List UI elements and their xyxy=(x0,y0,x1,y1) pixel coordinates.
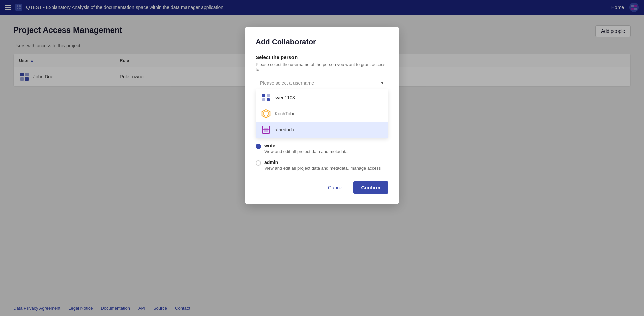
dropdown-item-sven1103[interactable]: sven1103 xyxy=(256,89,388,106)
modal-overlay: Add Collaborator Select the person Pleas… xyxy=(0,0,644,316)
avatar-sven1103 xyxy=(261,93,271,102)
confirm-button[interactable]: Confirm xyxy=(353,181,389,194)
username-select-wrapper: Please select a username ▼ sven1103 xyxy=(256,77,388,89)
username-kochtobi: KochTobi xyxy=(275,111,294,116)
username-select[interactable]: Please select a username xyxy=(256,77,388,89)
role-write-label: write xyxy=(264,143,348,148)
select-placeholder: Please select a username xyxy=(260,80,314,86)
select-person-label: Select the person xyxy=(256,54,388,60)
dialog-title: Add Collaborator xyxy=(256,38,388,46)
avatar-afriedrich xyxy=(261,125,271,134)
svg-rect-14 xyxy=(262,98,265,101)
radio-admin[interactable] xyxy=(256,160,261,166)
svg-rect-13 xyxy=(267,94,270,97)
svg-marker-17 xyxy=(263,111,269,116)
svg-rect-15 xyxy=(267,98,270,101)
cancel-button[interactable]: Cancel xyxy=(323,181,349,194)
role-write-desc: View and edit all project data and metad… xyxy=(264,149,348,154)
svg-rect-12 xyxy=(262,94,265,97)
username-sven1103: sven1103 xyxy=(275,95,295,100)
select-person-desc: Please select the username of the person… xyxy=(256,62,388,72)
role-write-option[interactable]: write View and edit all project data and… xyxy=(256,143,388,154)
roles-section: write View and edit all project data and… xyxy=(256,143,388,171)
username-dropdown-list: sven1103 KochTobi xyxy=(256,89,388,138)
add-collaborator-dialog: Add Collaborator Select the person Pleas… xyxy=(245,27,399,204)
dialog-actions: Cancel Confirm xyxy=(256,181,388,194)
role-admin-option[interactable]: admin View and edit all project data and… xyxy=(256,160,388,171)
dropdown-item-afriedrich[interactable]: afriedrich xyxy=(256,122,388,138)
username-afriedrich: afriedrich xyxy=(275,127,294,132)
dropdown-item-kochtobi[interactable]: KochTobi xyxy=(256,106,388,122)
role-admin-label: admin xyxy=(264,160,381,165)
radio-write[interactable] xyxy=(256,144,261,149)
role-admin-desc: View and edit all project data and metad… xyxy=(264,166,381,171)
avatar-kochtobi xyxy=(261,109,271,118)
